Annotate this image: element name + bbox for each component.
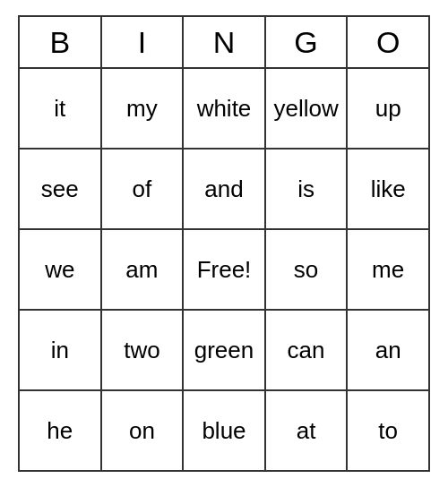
cell-1-5: up (348, 69, 428, 148)
cell-2-5: like (348, 150, 428, 228)
header-o: O (348, 17, 428, 67)
cell-4-3: green (184, 311, 266, 389)
header-row: B I N G O (20, 17, 428, 69)
cell-2-4: is (266, 150, 349, 228)
cell-2-3: and (184, 150, 266, 228)
header-g: G (266, 17, 349, 67)
cell-3-3: Free! (184, 230, 266, 309)
cell-5-1: he (20, 391, 102, 470)
cell-1-3: white (184, 69, 266, 148)
row-3: we am Free! so me (20, 230, 428, 311)
header-i: I (102, 17, 185, 67)
cell-3-2: am (102, 230, 185, 309)
cell-4-1: in (20, 311, 102, 389)
header-b: B (20, 17, 102, 67)
cell-4-4: can (266, 311, 349, 389)
cell-3-4: so (266, 230, 349, 309)
cell-1-4: yellow (266, 69, 349, 148)
bingo-card: B I N G O it my white yellow up see of a… (18, 15, 430, 472)
cell-2-1: see (20, 150, 102, 228)
header-n: N (184, 17, 266, 67)
cell-1-1: it (20, 69, 102, 148)
row-1: it my white yellow up (20, 69, 428, 150)
cell-4-5: an (348, 311, 428, 389)
row-4: in two green can an (20, 311, 428, 391)
row-5: he on blue at to (20, 391, 428, 470)
cell-3-5: me (348, 230, 428, 309)
cell-5-2: on (102, 391, 185, 470)
row-2: see of and is like (20, 150, 428, 230)
cell-3-1: we (20, 230, 102, 309)
cell-2-2: of (102, 150, 185, 228)
cell-5-3: blue (184, 391, 266, 470)
cell-5-5: to (348, 391, 428, 470)
cell-1-2: my (102, 69, 185, 148)
cell-4-2: two (102, 311, 185, 389)
cell-5-4: at (266, 391, 349, 470)
